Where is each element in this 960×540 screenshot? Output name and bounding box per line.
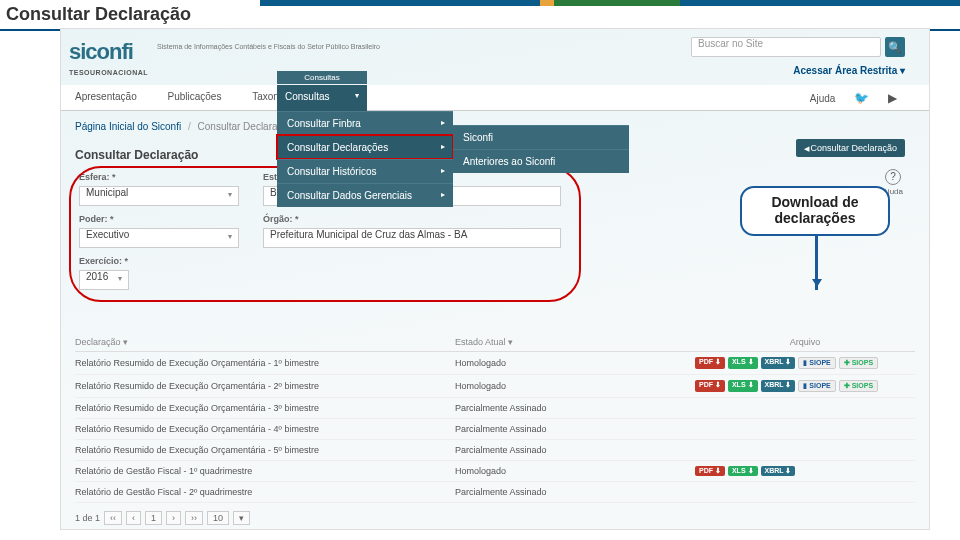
breadcrumb-home[interactable]: Página Inicial do Siconfi bbox=[75, 121, 181, 132]
consultas-dropdown: Consultar Finbra Consultar Declarações C… bbox=[277, 111, 453, 207]
badge-pdf[interactable]: PDF ⬇ bbox=[695, 466, 725, 476]
cell-estado: Parcialmente Assinado bbox=[455, 403, 695, 413]
callout-line1: Download de bbox=[742, 194, 888, 210]
table-row: Relatório Resumido de Execução Orçamentá… bbox=[75, 352, 915, 375]
cell-declaracao: Relatório Resumido de Execução Orçamentá… bbox=[75, 358, 455, 368]
th-estado[interactable]: Estado Atual ▾ bbox=[455, 337, 695, 347]
nav-right: Ajuda 🐦 ▶ bbox=[802, 85, 905, 111]
logo-subtitle: Sistema de Informações Contábeis e Fisca… bbox=[157, 43, 380, 51]
badge-siops[interactable]: ✚ SIOPS bbox=[839, 357, 878, 369]
table-row: Relatório Resumido de Execução Orçamentá… bbox=[75, 419, 915, 440]
search-input[interactable]: Buscar no Site bbox=[691, 37, 881, 57]
table-row: Relatório Resumido de Execução Orçamentá… bbox=[75, 398, 915, 419]
logo-text: siconfi bbox=[69, 39, 133, 64]
dropdown-historicos[interactable]: Consultar Históricos bbox=[277, 159, 453, 183]
restricted-area-link[interactable]: Acessar Área Restrita ▾ bbox=[793, 65, 905, 76]
decorative-stripe bbox=[260, 0, 960, 6]
cell-arquivo: PDF ⬇XLS ⬇XBRL ⬇▮ SIOPE✚ SIOPS bbox=[695, 380, 915, 392]
badge-pdf[interactable]: PDF ⬇ bbox=[695, 380, 725, 392]
label-orgao: Órgão: * bbox=[263, 214, 299, 224]
badge-xls[interactable]: XLS ⬇ bbox=[728, 357, 758, 369]
select-esfera[interactable]: Municipal bbox=[79, 186, 239, 206]
cell-estado: Homologado bbox=[455, 466, 695, 476]
pager: 1 de 1 ‹‹ ‹ 1 › ›› 10 ▾ bbox=[75, 511, 250, 525]
badge-xls[interactable]: XLS ⬇ bbox=[728, 380, 758, 392]
th-arquivo: Arquivo bbox=[695, 337, 915, 347]
consultas-submenu: Siconfi Anteriores ao Siconfi bbox=[453, 125, 629, 173]
label-esfera: Esfera: * bbox=[79, 172, 116, 182]
pager-last[interactable]: ›› bbox=[185, 511, 203, 525]
submenu-anteriores[interactable]: Anteriores ao Siconfi bbox=[453, 149, 629, 173]
table-row: Relatório de Gestão Fiscal - 1º quadrime… bbox=[75, 461, 915, 482]
header: siconfi Sistema de Informações Contábeis… bbox=[61, 29, 929, 85]
tesouro-label: TESOURONACIONAL bbox=[69, 69, 148, 76]
cell-arquivo: PDF ⬇XLS ⬇XBRL ⬇▮ SIOPE✚ SIOPS bbox=[695, 357, 915, 369]
callout-download: Download de declarações bbox=[740, 186, 890, 236]
logo: siconfi bbox=[69, 39, 133, 65]
cell-estado: Parcialmente Assinado bbox=[455, 487, 695, 497]
consultas-small-tab: Consultas bbox=[277, 71, 367, 84]
app-screenshot: siconfi Sistema de Informações Contábeis… bbox=[60, 28, 930, 530]
label-exercicio: Exercício: * bbox=[79, 256, 128, 266]
cell-arquivo: PDF ⬇XLS ⬇XBRL ⬇ bbox=[695, 466, 915, 476]
cell-estado: Homologado bbox=[455, 358, 695, 368]
nav-apresentacao[interactable]: Apresentação bbox=[61, 85, 151, 108]
pager-page[interactable]: 1 bbox=[145, 511, 162, 525]
badge-xbrl[interactable]: XBRL ⬇ bbox=[761, 380, 796, 392]
nav-publicacoes[interactable]: Publicações bbox=[154, 85, 236, 108]
cell-declaracao: Relatório Resumido de Execução Orçamentá… bbox=[75, 424, 455, 434]
badge-pdf[interactable]: PDF ⬇ bbox=[695, 357, 725, 369]
cell-declaracao: Relatório Resumido de Execução Orçamentá… bbox=[75, 403, 455, 413]
dropdown-gerenciais[interactable]: Consultar Dados Gerenciais bbox=[277, 183, 453, 207]
results-table: Declaração ▾ Estado Atual ▾ Arquivo Rela… bbox=[75, 333, 915, 503]
breadcrumb-sep: / bbox=[184, 121, 195, 132]
dropdown-declaracoes[interactable]: Consultar Declarações bbox=[277, 135, 453, 159]
table-row: Relatório de Gestão Fiscal - 2º quadrime… bbox=[75, 482, 915, 503]
input-orgao[interactable]: Prefeitura Municipal de Cruz das Almas -… bbox=[263, 228, 561, 248]
search-icon[interactable]: 🔍 bbox=[885, 37, 905, 57]
youtube-icon[interactable]: ▶ bbox=[880, 85, 905, 111]
nav-consultas[interactable]: Consultas bbox=[277, 85, 367, 111]
cell-estado: Parcialmente Assinado bbox=[455, 445, 695, 455]
cell-declaracao: Relatório Resumido de Execução Orçamentá… bbox=[75, 381, 455, 391]
breadcrumb-badge[interactable]: Consultar Declaração bbox=[796, 139, 906, 157]
nav-ajuda[interactable]: Ajuda bbox=[802, 87, 844, 110]
pager-next[interactable]: › bbox=[166, 511, 181, 525]
cell-estado: Parcialmente Assinado bbox=[455, 424, 695, 434]
dropdown-finbra[interactable]: Consultar Finbra bbox=[277, 111, 453, 135]
cell-declaracao: Relatório Resumido de Execução Orçamentá… bbox=[75, 445, 455, 455]
pager-size-toggle[interactable]: ▾ bbox=[233, 511, 250, 525]
badge-siope[interactable]: ▮ SIOPE bbox=[798, 357, 835, 369]
twitter-icon[interactable]: 🐦 bbox=[846, 85, 877, 111]
submenu-siconfi[interactable]: Siconfi bbox=[453, 125, 629, 149]
select-poder[interactable]: Executivo bbox=[79, 228, 239, 248]
table-header: Declaração ▾ Estado Atual ▾ Arquivo bbox=[75, 333, 915, 352]
callout-arrow bbox=[815, 236, 818, 290]
pager-info: 1 de 1 bbox=[75, 513, 100, 523]
pager-size[interactable]: 10 bbox=[207, 511, 229, 525]
cell-declaracao: Relatório de Gestão Fiscal - 1º quadrime… bbox=[75, 466, 455, 476]
th-declaracao[interactable]: Declaração ▾ bbox=[75, 337, 455, 347]
badge-xbrl[interactable]: XBRL ⬇ bbox=[761, 466, 796, 476]
cell-estado: Homologado bbox=[455, 381, 695, 391]
pager-prev[interactable]: ‹ bbox=[126, 511, 141, 525]
select-exercicio[interactable]: 2016 bbox=[79, 270, 129, 290]
label-poder: Poder: * bbox=[79, 214, 114, 224]
table-row: Relatório Resumido de Execução Orçamentá… bbox=[75, 375, 915, 398]
badge-xbrl[interactable]: XBRL ⬇ bbox=[761, 357, 796, 369]
pager-first[interactable]: ‹‹ bbox=[104, 511, 122, 525]
badge-xls[interactable]: XLS ⬇ bbox=[728, 466, 758, 476]
cell-declaracao: Relatório de Gestão Fiscal - 2º quadrime… bbox=[75, 487, 455, 497]
callout-line2: declarações bbox=[742, 210, 888, 226]
table-row: Relatório Resumido de Execução Orçamentá… bbox=[75, 440, 915, 461]
badge-siops[interactable]: ✚ SIOPS bbox=[839, 380, 878, 392]
navbar: Apresentação Publicações Taxonomia Consu… bbox=[61, 85, 929, 111]
badge-siope[interactable]: ▮ SIOPE bbox=[798, 380, 835, 392]
